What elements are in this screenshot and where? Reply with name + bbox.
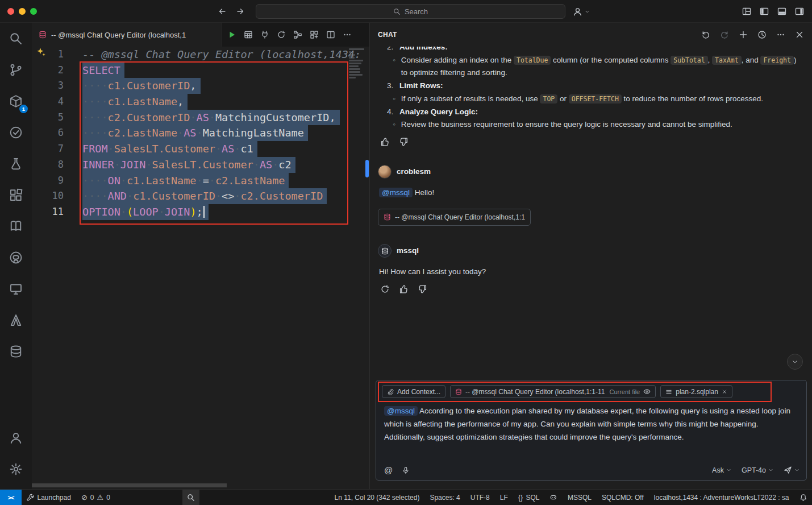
code-line[interactable]: 9····ON·c1.LastName·=·c2.LastName (32, 173, 369, 189)
run-query-button[interactable] (227, 30, 236, 39)
more-icon[interactable] (776, 30, 785, 39)
mssql-mention-chip[interactable]: @mssql (379, 188, 413, 197)
zoom-indicator[interactable] (182, 490, 199, 505)
scrollbar-handle[interactable] (365, 160, 369, 177)
user-message-text: Hello! (415, 188, 435, 197)
sidebar-item-notebooks[interactable] (2, 213, 30, 240)
language-item[interactable]: {} SQL (513, 490, 545, 505)
command-center-search[interactable]: Search (256, 4, 565, 19)
minimize-window-button[interactable] (19, 8, 26, 15)
sidebar-item-search[interactable] (2, 25, 30, 52)
attached-file-chip[interactable]: -- @mssql Chat Query Editor (localhost,1… (378, 209, 531, 226)
thumbs-down-icon[interactable] (399, 137, 409, 147)
horizontal-scrollbar[interactable] (32, 483, 227, 487)
context-file-chip[interactable]: -- @mssql Chat Query Editor (localhost,1… (450, 385, 656, 398)
chevron-down-icon (768, 467, 773, 473)
sidebar-item-azure[interactable] (2, 307, 30, 334)
search-icon (393, 8, 401, 15)
code-line[interactable]: 3····c1.CustomerID, (32, 78, 369, 94)
sidebar-item-accounts[interactable] (2, 424, 30, 452)
code-line[interactable]: 10····AND·c1.CustomerID·<>·c2.CustomerID (32, 188, 369, 204)
editor-tab[interactable]: -- @mssql Chat Query Editor (localhost,1 (32, 23, 222, 47)
toggle-primary-sidebar-icon[interactable] (760, 7, 769, 16)
close-icon[interactable] (795, 30, 804, 39)
indentation-item[interactable]: Spaces: 4 (424, 490, 465, 505)
chat-history-icon[interactable] (757, 30, 767, 39)
regenerate-icon[interactable] (380, 284, 390, 294)
sidebar-item-sql-server[interactable] (2, 338, 30, 365)
results-grid-icon[interactable] (244, 30, 253, 39)
scroll-to-bottom-button[interactable] (787, 354, 803, 370)
launchpad-item[interactable]: Launchpad (22, 490, 76, 505)
sidebar-item-settings[interactable] (2, 456, 30, 483)
sidebar-item-extensions[interactable] (2, 181, 30, 209)
sidebar-item-source-control[interactable] (2, 56, 30, 84)
context-plan-chip[interactable]: plan-2.sqlplan (660, 385, 732, 398)
new-chat-icon[interactable] (739, 30, 748, 39)
connection-item[interactable]: localhost,1434 : AdventureWorksLT2022 : … (649, 490, 794, 505)
sidebar-item-remote-window[interactable] (2, 275, 30, 303)
encoding-item[interactable]: UTF-8 (465, 490, 495, 505)
sidebar-item-remote-explorer[interactable]: 1 (2, 88, 30, 115)
mode-dropdown[interactable]: Ask (712, 466, 731, 474)
account-menu[interactable] (573, 0, 590, 23)
sidebar-item-testing[interactable] (2, 150, 30, 177)
mssql-item[interactable]: MSSQL (563, 490, 597, 505)
copilot-status-icon[interactable] (544, 490, 563, 505)
problems-item[interactable]: ⊘ 0 ⚠ 0 (76, 490, 115, 505)
code-line[interactable]: 6····c2.LastName·AS·MatchingLastName (32, 125, 369, 141)
chat-input-text[interactable]: @mssql According to the execution plan s… (376, 399, 806, 444)
remote-indicator[interactable]: >< (0, 490, 22, 505)
chat-input-box[interactable]: Add Context... -- @mssql Chat Query Edit… (376, 380, 807, 481)
code-line[interactable]: 4····c1.LastName, (32, 94, 369, 110)
customize-layout-icon[interactable] (742, 7, 751, 16)
redo-icon[interactable] (720, 30, 729, 39)
code-line[interactable]: 2SELECT (32, 63, 369, 78)
line-number: 4 (32, 94, 64, 110)
sidebar-item-github[interactable] (2, 244, 30, 271)
toggle-panel-icon[interactable] (777, 7, 786, 16)
code-line[interactable]: 7FROM·SalesLT.Customer·AS·c1 (32, 141, 369, 157)
more-actions-icon[interactable] (343, 30, 352, 39)
back-button[interactable] (218, 7, 227, 16)
database-file-icon (39, 31, 47, 39)
mention-picker-icon[interactable]: @ (384, 465, 393, 475)
add-context-button[interactable]: Add Context... (382, 385, 445, 398)
table-designer-icon[interactable] (310, 30, 319, 39)
connection-icon[interactable] (260, 30, 269, 39)
estimated-plan-icon[interactable] (277, 30, 286, 39)
mssql-mention-chip[interactable]: @mssql (384, 406, 418, 416)
code-line[interactable]: 1-- @mssql Chat Query Editor (localhost,… (32, 47, 369, 63)
sidebar-item-tasks[interactable] (2, 119, 30, 146)
chevron-down-icon (794, 467, 799, 473)
schema-tree-icon[interactable] (293, 30, 302, 39)
eol-item[interactable]: LF (495, 490, 513, 505)
sqlcmd-item[interactable]: SQLCMD: Off (597, 490, 649, 505)
send-button[interactable] (784, 466, 799, 474)
thumbs-up-icon[interactable] (380, 137, 390, 147)
model-dropdown[interactable]: GPT-4o (742, 466, 773, 474)
code-line[interactable]: 11OPTION·(LOOP·JOIN); (32, 204, 369, 220)
cursor-position-item[interactable]: Ln 11, Col 20 (342 selected) (330, 490, 425, 505)
line-number: 5 (32, 110, 64, 126)
thumbs-down-icon[interactable] (418, 284, 427, 294)
github-icon (9, 251, 23, 264)
copilot-sparkle-icon[interactable] (36, 47, 46, 57)
zoom-window-button[interactable] (30, 8, 37, 15)
eye-icon[interactable] (643, 388, 651, 395)
code-line[interactable]: 5····c2.CustomerID·AS·MatchingCustomerID… (32, 110, 369, 126)
split-editor-icon[interactable] (326, 30, 335, 39)
minimap[interactable] (349, 48, 367, 78)
remove-context-icon[interactable] (722, 389, 727, 395)
thumbs-up-icon[interactable] (399, 284, 409, 294)
notifications-bell-icon[interactable] (794, 490, 812, 505)
line-number: 2 (32, 63, 64, 78)
microphone-icon[interactable] (402, 466, 410, 474)
toggle-secondary-sidebar-icon[interactable] (795, 7, 804, 16)
code-editor[interactable]: 1-- @mssql Chat Query Editor (localhost,… (32, 47, 369, 489)
forward-button[interactable] (236, 7, 245, 16)
chat-input-draft: According to the execution plan shared b… (384, 407, 790, 441)
close-window-button[interactable] (7, 8, 14, 15)
code-line[interactable]: 8INNER·JOIN·SalesLT.Customer·AS·c2 (32, 157, 369, 173)
undo-icon[interactable] (701, 30, 710, 39)
